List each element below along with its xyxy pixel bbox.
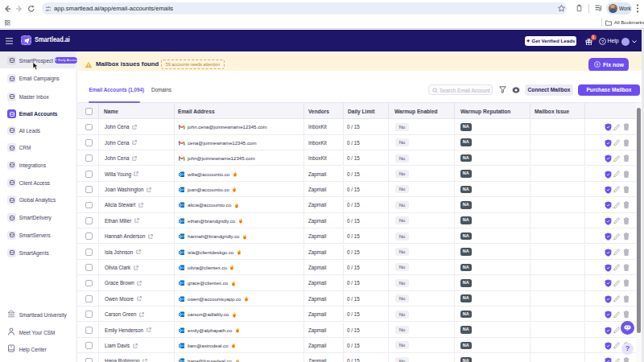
svg-text:?: ?: [601, 39, 604, 43]
